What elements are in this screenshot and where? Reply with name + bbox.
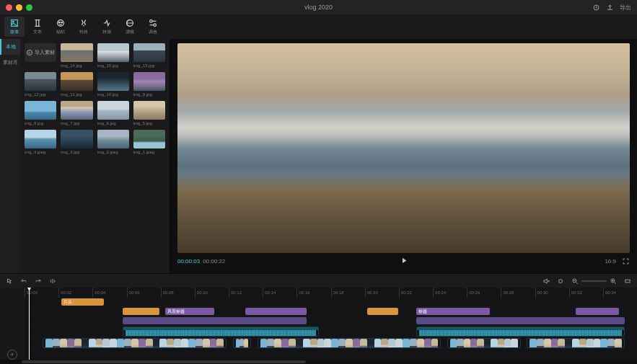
media-thumbnail[interactable]	[25, 101, 56, 120]
media-thumbnail[interactable]	[25, 130, 56, 148]
timeline-scrollbar[interactable]	[0, 360, 637, 364]
video-clip[interactable]	[123, 327, 319, 337]
media-filename: img_7.jpg	[61, 121, 92, 125]
video-clip[interactable]	[416, 327, 625, 337]
media-item[interactable]: img_5.jpg	[133, 101, 165, 125]
media-thumbnail[interactable]	[61, 101, 92, 120]
media-thumbnail[interactable]	[133, 72, 165, 91]
video-track[interactable]	[25, 337, 637, 349]
export-button[interactable]: 导出	[620, 4, 631, 12]
tool-转场[interactable]: 转场	[97, 17, 117, 37]
label-track[interactable]: 片头	[25, 298, 637, 307]
media-item[interactable]: img_11.jpg	[61, 72, 92, 97]
tool-调色[interactable]: 调色	[143, 17, 163, 37]
ruler-tick: 00:32	[569, 288, 603, 298]
video-clip[interactable]	[447, 338, 521, 348]
time-ruler[interactable]: 00:0000:0200:0400:0600:0800:1000:1200:14…	[25, 288, 637, 298]
pointer-tool-icon[interactable]	[6, 278, 13, 285]
media-filename: img_2.jpeg	[97, 150, 129, 154]
record-icon[interactable]	[557, 278, 564, 285]
media-thumbnail[interactable]	[61, 43, 92, 62]
media-thumbnail[interactable]	[61, 72, 92, 91]
undo-icon[interactable]	[20, 278, 27, 285]
media-item[interactable]: img_12.jpg	[25, 72, 56, 97]
playhead[interactable]	[29, 288, 30, 360]
export-icon[interactable]	[606, 4, 614, 12]
ruler-tick: 00:14	[263, 288, 296, 298]
split-icon[interactable]	[49, 278, 56, 285]
ruler-tick: 00:30	[535, 288, 569, 298]
ruler-tick: 00:06	[127, 288, 161, 298]
media-thumbnail[interactable]	[133, 43, 165, 62]
svg-rect-12	[625, 280, 630, 283]
tool-滤镜[interactable]: 滤镜	[120, 17, 140, 37]
add-track-button[interactable]: +	[7, 350, 17, 360]
zoom-out-icon[interactable]	[571, 278, 579, 285]
media-item[interactable]: img_13.jpg	[133, 43, 165, 68]
media-thumbnail[interactable]	[133, 130, 165, 148]
video-clip[interactable]	[43, 338, 227, 348]
sidebar-tab-素材库[interactable]: 素材库	[0, 55, 20, 71]
media-thumbnail[interactable]	[97, 130, 129, 148]
media-item[interactable]: img_8.jpg	[25, 101, 56, 125]
media-thumbnail[interactable]	[97, 43, 129, 62]
text-clip[interactable]	[576, 308, 618, 315]
media-item[interactable]: img_4.jpeg	[25, 130, 56, 154]
media-thumbnail[interactable]	[133, 101, 165, 120]
text-clip[interactable]: 片头	[61, 298, 104, 306]
media-item[interactable]: img_7.jpg	[61, 101, 92, 125]
import-media-button[interactable]: +导入素材	[25, 43, 56, 62]
tool-label: 贴纸	[56, 29, 65, 35]
media-thumbnail[interactable]	[61, 130, 92, 148]
text-clip[interactable]: 风景标题	[165, 308, 214, 315]
preview-canvas[interactable]	[177, 43, 630, 253]
redo-icon[interactable]	[35, 278, 42, 285]
label-track[interactable]: 风景标题标题	[25, 307, 637, 316]
minimize-window-button[interactable]	[16, 4, 22, 11]
media-thumbnail[interactable]	[97, 72, 129, 91]
aspect-ratio[interactable]: 16:9	[605, 258, 616, 265]
tool-媒体[interactable]: 媒体	[4, 17, 25, 37]
top-toolbar: 媒体文本贴纸特效转场滤镜调色	[0, 14, 637, 39]
fullscreen-icon[interactable]	[622, 257, 630, 265]
ruler-tick: 00:24	[433, 288, 467, 298]
media-item[interactable]: img_2.jpeg	[97, 130, 129, 154]
text-clip[interactable]	[416, 317, 625, 324]
text-clip[interactable]	[367, 308, 397, 315]
ruler-tick: 00:34	[603, 288, 637, 298]
shortcut-icon[interactable]	[592, 4, 600, 12]
media-item[interactable]: img_6.jpg	[97, 101, 129, 125]
text-clip[interactable]	[245, 308, 307, 315]
mute-icon[interactable]	[542, 278, 550, 285]
tool-贴纸[interactable]: 贴纸	[50, 17, 71, 37]
media-item[interactable]: img_15.jpg	[97, 43, 129, 68]
video-clip[interactable]	[233, 338, 251, 348]
text-clip[interactable]	[123, 308, 159, 315]
media-thumbnail[interactable]	[25, 72, 56, 91]
video-clip[interactable]	[258, 338, 441, 348]
media-item[interactable]: img_1.jpeg	[133, 130, 165, 154]
video-track[interactable]	[25, 326, 637, 337]
media-item[interactable]: img_3.jpg	[61, 130, 92, 154]
text-clip[interactable]	[123, 317, 307, 324]
zoom-in-icon[interactable]	[610, 278, 617, 285]
media-thumbnail[interactable]	[97, 101, 129, 120]
media-item[interactable]: img_14.jpg	[61, 43, 92, 68]
video-clip[interactable]	[527, 338, 625, 348]
tool-label: 特效	[79, 29, 88, 35]
zoom-slider[interactable]	[581, 280, 607, 282]
tool-特效[interactable]: 特效	[74, 17, 94, 37]
close-window-button[interactable]	[6, 4, 12, 11]
sidebar-tab-本地[interactable]: 本地	[0, 39, 20, 55]
label-track[interactable]	[25, 316, 637, 326]
playhead-time: 00:00:03	[177, 258, 200, 265]
play-button[interactable]	[400, 257, 408, 266]
tool-文本[interactable]: 文本	[27, 17, 48, 37]
timeline-toolbar	[0, 273, 637, 288]
maximize-window-button[interactable]	[26, 4, 32, 11]
timeline-body[interactable]: 00:0000:0200:0400:0600:0800:1000:1200:14…	[25, 288, 637, 360]
text-clip[interactable]: 标题	[416, 308, 490, 315]
media-item[interactable]: img_10.jpg	[97, 72, 129, 97]
media-item[interactable]: img_9.jpg	[133, 72, 165, 97]
fit-timeline-icon[interactable]	[624, 278, 631, 285]
